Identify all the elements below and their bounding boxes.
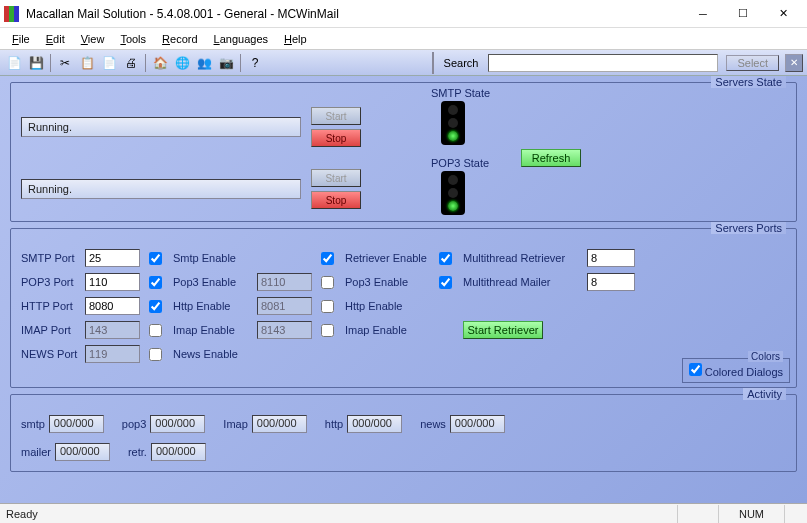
act-http-value: 000/000 [347, 415, 402, 433]
pop3-port-input[interactable] [85, 273, 140, 291]
smtp-traffic-light [441, 101, 465, 145]
mt-retriever-checkbox[interactable] [439, 252, 452, 265]
servers-ports-group: Servers Ports SMTP Port Smtp Enable Retr… [10, 228, 797, 388]
mt-mailer-label: Multithread Mailer [463, 276, 583, 288]
http-enable2-label: Http Enable [345, 300, 435, 312]
tool-camera-icon[interactable]: 📷 [216, 53, 236, 73]
imap-enable2-checkbox[interactable] [321, 324, 334, 337]
toolbar-separator [240, 54, 241, 72]
tool-world-icon[interactable]: 🌐 [172, 53, 192, 73]
imap-enable-label: Imap Enable [173, 324, 253, 336]
statusbar: Ready NUM [0, 503, 807, 523]
tool-print-icon[interactable]: 🖨 [121, 53, 141, 73]
menu-edit[interactable]: Edit [38, 31, 73, 47]
pop3-stop-button[interactable]: Stop [311, 191, 361, 209]
pop3-traffic-light [441, 171, 465, 215]
colors-group: Colors Colored Dialogs [682, 358, 790, 383]
servers-state-group: Servers State SMTP State POP3 State Star… [10, 82, 797, 222]
activity-title: Activity [743, 388, 786, 400]
status-ready: Ready [6, 508, 38, 520]
start-retriever-button[interactable]: Start Retriever [463, 321, 543, 339]
imap-enable-checkbox[interactable] [149, 324, 162, 337]
menu-file[interactable]: File [4, 31, 38, 47]
smtp-stop-button[interactable]: Stop [311, 129, 361, 147]
act-imap-label: Imap [223, 418, 247, 430]
http-port2-input[interactable] [257, 297, 312, 315]
http-port-input[interactable] [85, 297, 140, 315]
http-enable2-checkbox[interactable] [321, 300, 334, 313]
imap-enable2-label: Imap Enable [345, 324, 435, 336]
toolbar: 📄 💾 ✂ 📋 📄 🖨 🏠 🌐 👥 📷 ? Search Select ✕ [0, 50, 807, 76]
status-empty-cell [677, 505, 718, 523]
pop3-start-button[interactable]: Start [311, 169, 361, 187]
news-port-label: NEWS Port [21, 348, 81, 360]
smtp-status-field [21, 117, 301, 137]
pop3-enable2-checkbox[interactable] [321, 276, 334, 289]
tool-help-icon[interactable]: ? [245, 53, 265, 73]
http-enable-label: Http Enable [173, 300, 253, 312]
act-mailer-value: 000/000 [55, 443, 110, 461]
pop3-enable2-label: Pop3 Enable [345, 276, 435, 288]
menu-record[interactable]: Record [154, 31, 205, 47]
retriever-enable-label: Retriever Enable [345, 252, 435, 264]
pop3-port2-input[interactable] [257, 273, 312, 291]
mt-mailer-input[interactable] [587, 273, 635, 291]
tool-new-icon[interactable]: 📄 [4, 53, 24, 73]
tool-users-icon[interactable]: 👥 [194, 53, 214, 73]
pop3-enable-checkbox[interactable] [149, 276, 162, 289]
http-port-label: HTTP Port [21, 300, 81, 312]
http-enable-checkbox[interactable] [149, 300, 162, 313]
tool-home-icon[interactable]: 🏠 [150, 53, 170, 73]
mt-retriever-input[interactable] [587, 249, 635, 267]
refresh-button[interactable]: Refresh [521, 149, 581, 167]
menu-languages[interactable]: Languages [206, 31, 276, 47]
maximize-button[interactable]: ☐ [723, 0, 763, 28]
act-mailer-label: mailer [21, 446, 51, 458]
titlebar: Macallan Mail Solution - 5.4.08.001 - Ge… [0, 0, 807, 28]
menu-help[interactable]: Help [276, 31, 315, 47]
colored-dialogs-checkbox[interactable] [689, 363, 702, 376]
act-imap-value: 000/000 [252, 415, 307, 433]
act-news-label: news [420, 418, 446, 430]
act-retr-label: retr. [128, 446, 147, 458]
mt-mailer-checkbox[interactable] [439, 276, 452, 289]
window-title: Macallan Mail Solution - 5.4.08.001 - Ge… [26, 7, 683, 21]
status-empty-cell2 [784, 505, 801, 523]
colored-dialogs-label: Colored Dialogs [705, 366, 783, 378]
close-search-icon[interactable]: ✕ [785, 54, 803, 72]
act-retr-value: 000/000 [151, 443, 206, 461]
news-port-input[interactable] [85, 345, 140, 363]
toolbar-separator [50, 54, 51, 72]
servers-ports-title: Servers Ports [711, 222, 786, 234]
minimize-button[interactable]: ─ [683, 0, 723, 28]
act-smtp-value: 000/000 [49, 415, 104, 433]
menu-view[interactable]: View [73, 31, 113, 47]
smtp-enable-label: Smtp Enable [173, 252, 253, 264]
mt-retriever-label: Multithread Retriever [463, 252, 583, 264]
tool-paste-icon[interactable]: 📄 [99, 53, 119, 73]
smtp-enable-checkbox[interactable] [149, 252, 162, 265]
smtp-port-label: SMTP Port [21, 252, 81, 264]
smtp-state-label: SMTP State [431, 87, 490, 99]
smtp-port-input[interactable] [85, 249, 140, 267]
activity-group: Activity smtp000/000 pop3000/000 Imap000… [10, 394, 797, 472]
menu-tools[interactable]: Tools [112, 31, 154, 47]
tool-copy-icon[interactable]: 📋 [77, 53, 97, 73]
menubar: File Edit View Tools Record Languages He… [0, 28, 807, 50]
smtp-start-button[interactable]: Start [311, 107, 361, 125]
imap-port-input[interactable] [85, 321, 140, 339]
select-button[interactable]: Select [726, 55, 779, 71]
act-http-label: http [325, 418, 343, 430]
close-button[interactable]: ✕ [763, 0, 803, 28]
tool-cut-icon[interactable]: ✂ [55, 53, 75, 73]
retriever-enable-checkbox[interactable] [321, 252, 334, 265]
tool-save-icon[interactable]: 💾 [26, 53, 46, 73]
imap-port-label: IMAP Port [21, 324, 81, 336]
imap-port2-input[interactable] [257, 321, 312, 339]
servers-state-title: Servers State [711, 76, 786, 88]
news-enable-checkbox[interactable] [149, 348, 162, 361]
search-label: Search [444, 57, 479, 69]
pop3-enable-label: Pop3 Enable [173, 276, 253, 288]
search-input[interactable] [488, 54, 718, 72]
act-pop3-label: pop3 [122, 418, 146, 430]
